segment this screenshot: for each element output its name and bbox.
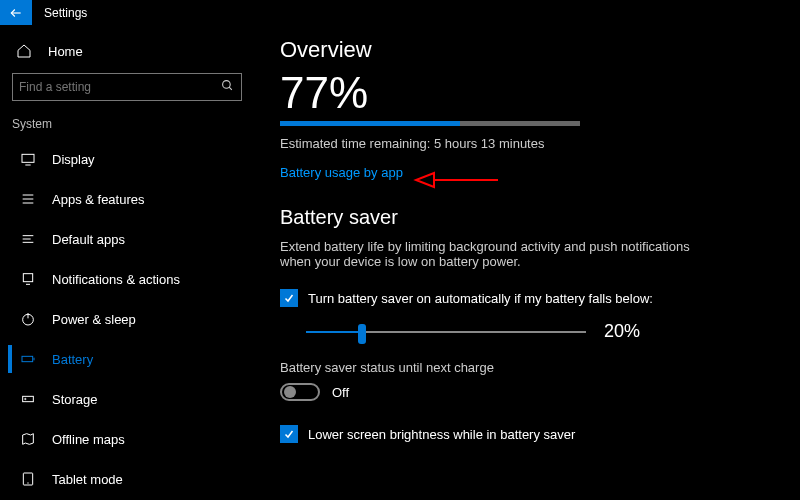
maps-icon (20, 431, 36, 447)
nav-label: Tablet mode (52, 472, 123, 487)
threshold-slider-row: 20% (306, 321, 770, 342)
toggle-knob (284, 386, 296, 398)
svg-marker-19 (23, 434, 34, 445)
nav-item-default-apps[interactable]: Default apps (8, 219, 250, 259)
default-apps-icon (20, 231, 36, 247)
brightness-row: Lower screen brightness while in battery… (280, 425, 770, 443)
section-label: System (8, 111, 250, 139)
nav-label: Default apps (52, 232, 125, 247)
svg-line-2 (229, 87, 232, 90)
svg-rect-15 (22, 356, 33, 361)
battery-icon (20, 351, 36, 367)
power-icon (20, 311, 36, 327)
nav-list: Display Apps & features Default apps Not… (8, 139, 250, 499)
saver-heading: Battery saver (280, 206, 770, 229)
battery-bar (280, 121, 580, 126)
nav-item-notifications[interactable]: Notifications & actions (8, 259, 250, 299)
back-button[interactable] (0, 0, 32, 25)
nav-item-display[interactable]: Display (8, 139, 250, 179)
sidebar: Home System Display Apps & features Defa… (0, 25, 250, 500)
usage-link[interactable]: Battery usage by app (280, 165, 403, 180)
search-icon (221, 78, 235, 96)
nav-item-power-sleep[interactable]: Power & sleep (8, 299, 250, 339)
home-nav[interactable]: Home (8, 35, 250, 69)
threshold-value: 20% (604, 321, 640, 342)
check-icon (283, 428, 295, 440)
window-title: Settings (44, 6, 87, 20)
battery-percent: 77% (280, 71, 770, 115)
toggle-state: Off (332, 385, 349, 400)
nav-item-offline-maps[interactable]: Offline maps (8, 419, 250, 459)
notifications-icon (20, 271, 36, 287)
main-panel: Overview 77% Estimated time remaining: 5… (250, 25, 800, 500)
nav-label: Notifications & actions (52, 272, 180, 287)
threshold-slider[interactable] (306, 331, 586, 333)
nav-item-storage[interactable]: Storage (8, 379, 250, 419)
check-icon (283, 292, 295, 304)
home-icon (16, 43, 32, 59)
battery-bar-fill (280, 121, 460, 126)
svg-rect-11 (23, 274, 32, 282)
search-box[interactable] (12, 73, 242, 101)
slider-fill (306, 331, 362, 333)
status-label: Battery saver status until next charge (280, 360, 770, 375)
saver-toggle[interactable] (280, 383, 320, 401)
slider-thumb[interactable] (358, 324, 366, 344)
tablet-icon (20, 471, 36, 487)
nav-label: Display (52, 152, 95, 167)
nav-item-battery[interactable]: Battery (8, 339, 250, 379)
nav-label: Offline maps (52, 432, 125, 447)
brightness-label: Lower screen brightness while in battery… (308, 427, 575, 442)
svg-rect-3 (22, 154, 34, 162)
brightness-checkbox[interactable] (280, 425, 298, 443)
svg-point-18 (25, 398, 26, 399)
storage-icon (20, 391, 36, 407)
nav-label: Apps & features (52, 192, 145, 207)
title-bar: Settings (0, 0, 800, 25)
overview-heading: Overview (280, 37, 770, 63)
auto-on-checkbox[interactable] (280, 289, 298, 307)
display-icon (20, 151, 36, 167)
back-arrow-icon (9, 6, 23, 20)
nav-label: Battery (52, 352, 93, 367)
nav-item-tablet-mode[interactable]: Tablet mode (8, 459, 250, 499)
apps-icon (20, 191, 36, 207)
auto-on-row: Turn battery saver on automatically if m… (280, 289, 770, 307)
nav-item-apps-features[interactable]: Apps & features (8, 179, 250, 219)
home-label: Home (48, 44, 83, 59)
time-remaining: Estimated time remaining: 5 hours 13 min… (280, 136, 770, 151)
toggle-row: Off (280, 383, 770, 401)
saver-description: Extend battery life by limiting backgrou… (280, 239, 700, 269)
nav-label: Power & sleep (52, 312, 136, 327)
auto-on-label: Turn battery saver on automatically if m… (308, 291, 653, 306)
search-input[interactable] (19, 80, 221, 94)
svg-point-1 (223, 81, 231, 89)
nav-label: Storage (52, 392, 98, 407)
